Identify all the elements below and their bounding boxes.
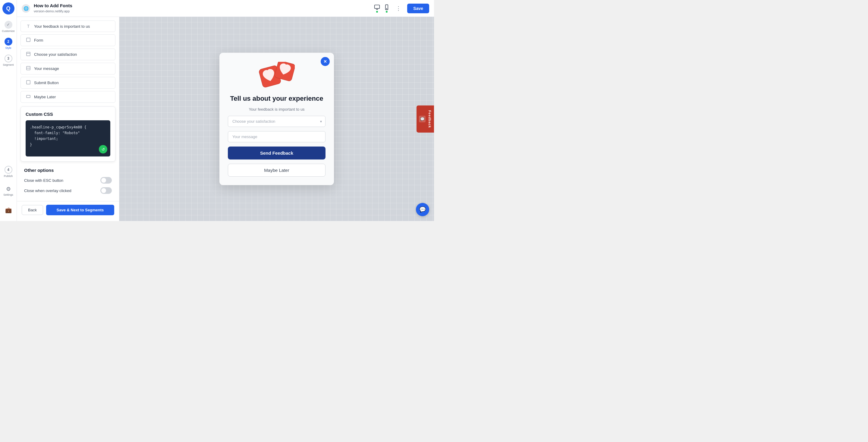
style-label: Style: [5, 47, 11, 50]
customize-check-icon: ✓: [4, 21, 12, 29]
content-area: T Your feedback is important to us Form …: [17, 17, 434, 221]
customize-label: Customize: [2, 30, 15, 33]
close-overlay-row: Close when overlay clicked: [24, 187, 112, 194]
sidebar-item-cases[interactable]: 💼: [1, 202, 16, 218]
globe-icon: 🌐: [22, 4, 30, 13]
mobile-active-dot: [386, 11, 388, 13]
sidebar: Q ✓ Customize 2 Style 3 Segment 4 Publis…: [0, 0, 17, 221]
form-icon: [26, 38, 31, 43]
css-editor[interactable]: .headline-p_cqwpr5xy4m80 { font-family: …: [26, 120, 110, 156]
custom-css-title: Custom CSS: [26, 112, 110, 117]
other-options-section: Other options Close with ESC button Clos…: [17, 164, 119, 201]
topbar: 🌐 How to Add Fonts version-demo.netlify.…: [17, 0, 434, 17]
svg-point-2: [386, 8, 387, 9]
save-button[interactable]: Save: [407, 4, 429, 13]
custom-css-card: Custom CSS .headline-p_cqwpr5xy4m80 { fo…: [21, 107, 116, 161]
segment-label: Segment: [3, 63, 13, 66]
hearts-svg: [258, 62, 295, 89]
panel-item-message-label: Your message: [34, 66, 59, 71]
close-esc-label: Close with ESC button: [24, 178, 63, 183]
panel-item-submit-label: Submit Button: [34, 81, 59, 85]
panel-item-maybe-later-label: Maybe Later: [34, 95, 56, 99]
device-switcher: [374, 4, 390, 13]
close-esc-row: Close with ESC button: [24, 177, 112, 184]
panel-item-submit[interactable]: Submit Button: [21, 77, 116, 89]
other-options-title: Other options: [24, 168, 112, 173]
page-title: How to Add Fonts: [34, 3, 370, 8]
close-esc-toggle[interactable]: [100, 177, 112, 184]
submit-icon: [26, 80, 31, 85]
mobile-icon: [384, 4, 390, 10]
more-options-btn[interactable]: ⋮: [393, 5, 404, 12]
panel-item-satisfaction-label: Choose your satisfaction: [34, 52, 77, 57]
svg-rect-9: [27, 95, 30, 98]
satisfaction-icon: [26, 52, 31, 57]
panel-item-satisfaction[interactable]: Choose your satisfaction: [21, 49, 116, 60]
main-container: 🌐 How to Add Fonts version-demo.netlify.…: [17, 0, 434, 221]
close-overlay-label: Close when overlay clicked: [24, 188, 71, 193]
publish-label: Publish: [4, 175, 13, 178]
satisfaction-select[interactable]: Choose your satisfaction: [228, 116, 326, 127]
panel-item-maybe-later[interactable]: Maybe Later: [21, 91, 116, 103]
chat-bubble[interactable]: 💬: [416, 203, 429, 216]
sidebar-item-customize[interactable]: ✓ Customize: [1, 18, 16, 35]
css-refresh-btn[interactable]: ↺: [99, 145, 107, 153]
preview-area: ✕ T: [119, 17, 434, 221]
publish-step-circle: 4: [4, 166, 12, 174]
send-feedback-button[interactable]: Send Feedback: [228, 147, 326, 159]
cases-icon: 💼: [5, 207, 12, 213]
svg-rect-4: [27, 52, 30, 56]
desktop-device-btn[interactable]: [374, 4, 380, 13]
css-code: .headline-p_cqwpr5xy4m80 { font-family: …: [30, 124, 106, 148]
feedback-modal: ✕ T: [219, 53, 334, 185]
left-panel: T Your feedback is important to us Form …: [17, 17, 119, 221]
save-next-button[interactable]: Save & Next to Segments: [46, 205, 114, 215]
modal-close-button[interactable]: ✕: [321, 57, 330, 66]
style-step-circle: 2: [4, 38, 12, 46]
sidebar-item-settings[interactable]: ⚙ Settings: [1, 182, 16, 199]
desktop-active-dot: [376, 11, 378, 13]
sidebar-item-publish[interactable]: 4 Publish: [1, 163, 16, 180]
message-icon: [26, 66, 31, 71]
feedback-tab[interactable]: Feedback 💬: [416, 105, 434, 132]
panel-item-feedback-text[interactable]: T Your feedback is important to us: [21, 21, 116, 32]
sidebar-item-segment[interactable]: 3 Segment: [1, 52, 16, 69]
mobile-device-btn[interactable]: [384, 4, 390, 13]
panel-item-form[interactable]: Form: [21, 34, 116, 46]
text-icon: T: [26, 24, 31, 29]
modal-hearts: [258, 62, 295, 89]
modal-title: Tell us about your experience: [230, 94, 323, 103]
maybe-later-button[interactable]: Maybe Later: [228, 164, 326, 177]
panel-item-message[interactable]: Your message: [21, 63, 116, 75]
satisfaction-select-wrapper: Choose your satisfaction: [228, 116, 326, 127]
svg-rect-8: [27, 81, 30, 84]
settings-label: Settings: [3, 193, 13, 196]
settings-icon: ⚙: [6, 186, 11, 193]
bottom-bar: Back Save & Next to Segments: [17, 201, 119, 218]
panel-item-feedback-text-label: Your feedback is important to us: [34, 24, 90, 29]
svg-rect-0: [375, 5, 380, 8]
message-input[interactable]: [228, 131, 326, 142]
panel-item-form-label: Form: [34, 38, 43, 42]
topbar-title: How to Add Fonts version-demo.netlify.ap…: [34, 3, 370, 13]
maybe-later-icon: [26, 94, 31, 99]
desktop-icon: [374, 4, 380, 10]
feedback-tab-label: Feedback: [428, 110, 432, 128]
app-logo[interactable]: Q: [2, 2, 14, 14]
segment-step-circle: 3: [4, 55, 12, 62]
chat-bubble-icon: 💬: [419, 206, 426, 213]
modal-subtitle: Your feedback is important to us: [249, 107, 304, 112]
close-overlay-toggle[interactable]: [100, 187, 112, 194]
page-subtitle: version-demo.netlify.app: [34, 9, 70, 13]
sidebar-item-style[interactable]: 2 Style: [1, 35, 16, 52]
svg-rect-3: [27, 38, 30, 41]
feedback-tab-icon: 💬: [419, 116, 426, 122]
back-button[interactable]: Back: [22, 205, 43, 215]
